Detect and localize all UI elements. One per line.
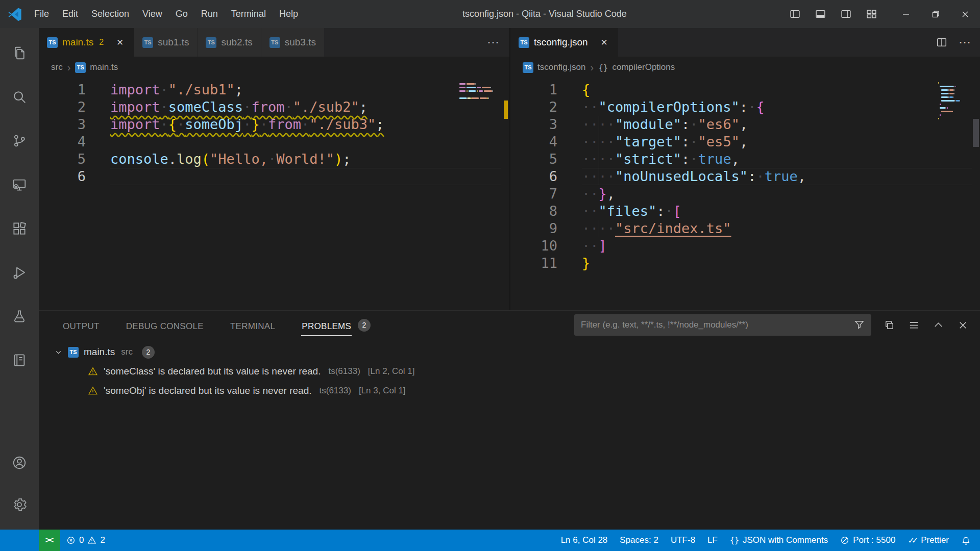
minimap[interactable] — [459, 83, 499, 105]
line-content[interactable]: console.log("Hello,·World!"); — [110, 151, 501, 168]
more-actions-icon[interactable]: ⋯ — [959, 35, 971, 49]
menu-terminal[interactable]: Terminal — [225, 0, 273, 28]
tab-problems[interactable]: PROBLEMS 2 — [301, 311, 371, 339]
tab-sub1-ts[interactable]: TSsub1.ts — [134, 28, 198, 57]
line-content[interactable]: ····"target":·"es5", — [582, 133, 972, 151]
typescript-icon: TS — [75, 62, 86, 73]
toggle-secondary-sidebar-icon[interactable] — [841, 9, 851, 19]
line-content[interactable]: import·someClass·from·"./sub2"; — [110, 98, 501, 116]
run-and-debug-icon — [12, 265, 27, 280]
activity-search[interactable] — [0, 75, 39, 119]
breadcrumb-folder[interactable]: src — [51, 62, 63, 72]
line-content[interactable]: ····"src/index.ts" — [582, 220, 972, 237]
minimap-seg — [955, 86, 957, 87]
menu-selection[interactable]: Selection — [85, 0, 136, 28]
activity-run-and-debug[interactable] — [0, 251, 39, 294]
scrollbar-thumb[interactable] — [973, 119, 979, 147]
encoding[interactable]: UTF-8 — [665, 530, 701, 551]
chevron-down-icon[interactable] — [54, 348, 63, 357]
breadcrumb-file[interactable]: TS tsconfig.json — [523, 62, 586, 73]
menu-run[interactable]: Run — [194, 0, 225, 28]
tab-debug-console[interactable]: DEBUG CONSOLE — [126, 311, 204, 339]
status-bar-right: Ln 6, Col 28 Spaces: 2 UTF-8 LF {} JSON … — [555, 530, 980, 551]
tab-output[interactable]: OUTPUT — [62, 311, 100, 339]
collapse-all-icon[interactable] — [884, 319, 895, 331]
close-panel-icon[interactable] — [957, 319, 969, 331]
line-content[interactable]: ····"module":·"es6", — [582, 116, 972, 133]
menu-file[interactable]: File — [28, 0, 56, 28]
breadcrumb-symbol[interactable]: {} compilerOptions — [598, 62, 675, 72]
toggle-panel-icon[interactable] — [815, 9, 826, 19]
minimap-seg — [492, 90, 493, 92]
minimap-seg — [941, 93, 948, 94]
live-server-port[interactable]: Port : 5500 — [834, 530, 901, 551]
minimap-seg — [949, 96, 952, 98]
indentation[interactable]: Spaces: 2 — [614, 530, 665, 551]
tab-sub2-ts[interactable]: TSsub2.ts — [198, 28, 261, 57]
token: ] — [599, 238, 607, 254]
line-content[interactable]: ··] — [582, 237, 972, 255]
problems-file-dir: src — [121, 347, 133, 357]
maximize-panel-icon[interactable] — [933, 319, 944, 331]
minimize-icon[interactable] — [891, 0, 921, 28]
code-editor-tsconfig[interactable]: 1{2··"compilerOptions":·{3····"module":·… — [510, 78, 980, 310]
line-content[interactable] — [110, 168, 501, 185]
close-tab-icon[interactable]: ✕ — [599, 37, 610, 48]
minimap[interactable] — [938, 82, 969, 121]
language-mode[interactable]: {} JSON with Comments — [724, 530, 834, 551]
breadcrumb-file[interactable]: TS main.ts — [75, 62, 118, 73]
line-content[interactable]: import·{·someObj·}·from·"./sub3"; — [110, 116, 501, 133]
line-content[interactable]: ··}, — [582, 185, 972, 203]
token: "src/index.ts" — [615, 220, 731, 236]
token: , — [731, 151, 740, 167]
double-check-icon: ✓✓ — [908, 536, 915, 545]
toggle-sidebar-icon[interactable] — [790, 9, 800, 19]
line-content[interactable]: } — [582, 255, 972, 272]
problem-row[interactable]: 'someClass' is declared but its value is… — [39, 362, 980, 381]
activity-testing[interactable] — [0, 294, 39, 338]
problems-summary[interactable]: 0 2 — [60, 530, 111, 551]
token: { — [756, 99, 764, 115]
menu-help[interactable]: Help — [273, 0, 305, 28]
activity-settings[interactable] — [0, 484, 39, 525]
eol-sequence[interactable]: LF — [701, 530, 724, 551]
line-content[interactable]: ····"noUnusedLocals":·true, — [582, 168, 972, 185]
code-editor-main-ts[interactable]: 1import·"./sub1";2import·someClass·from·… — [39, 78, 509, 310]
activity-source-control[interactable] — [0, 119, 39, 163]
activity-output[interactable] — [0, 338, 39, 382]
customize-layout-icon[interactable] — [866, 9, 877, 19]
token: import — [110, 99, 160, 115]
tab-sub3-ts[interactable]: TSsub3.ts — [261, 28, 325, 57]
menu-go[interactable]: Go — [169, 0, 194, 28]
problems-file-group[interactable]: TS main.ts src 2 — [39, 342, 980, 362]
tab-main-ts[interactable]: TSmain.ts2✕ — [39, 28, 134, 57]
close-tab-icon[interactable]: ✕ — [114, 37, 126, 48]
remote-indicator[interactable]: >< — [39, 530, 60, 551]
split-editor-icon[interactable] — [936, 37, 947, 48]
more-tabs-icon[interactable]: ⋯ — [478, 35, 509, 49]
close-window-icon[interactable] — [950, 0, 980, 28]
cursor-position[interactable]: Ln 6, Col 28 — [555, 530, 614, 551]
line-content[interactable]: ··"compilerOptions":·{ — [582, 98, 972, 116]
token: , — [740, 116, 748, 132]
activity-accounts[interactable] — [0, 442, 39, 484]
minimap-seg — [459, 83, 465, 85]
notifications-bell-icon[interactable] — [955, 530, 980, 551]
activity-explorer[interactable] — [0, 31, 39, 75]
activity-extensions[interactable] — [0, 207, 39, 251]
line-content[interactable] — [110, 133, 501, 151]
activity-remote-explorer[interactable] — [0, 163, 39, 207]
view-mode-icon[interactable] — [908, 319, 920, 331]
line-content[interactable]: import·"./sub1"; — [110, 81, 501, 98]
line-content[interactable]: ····"strict":·true, — [582, 151, 972, 168]
prettier-status[interactable]: ✓✓ Prettier — [901, 530, 955, 551]
menu-edit[interactable]: Edit — [56, 0, 85, 28]
problem-row[interactable]: 'someObj' is declared but its value is n… — [39, 381, 980, 400]
line-content[interactable]: ··"files":·[ — [582, 203, 972, 220]
filter-input[interactable] — [574, 320, 871, 330]
restore-icon[interactable] — [921, 0, 950, 28]
tab-terminal[interactable]: TERMINAL — [230, 311, 276, 339]
menu-view[interactable]: View — [136, 0, 169, 28]
tab-tsconfig-json[interactable]: TS tsconfig.json ✕ — [510, 28, 619, 57]
line-content[interactable]: { — [582, 81, 972, 98]
